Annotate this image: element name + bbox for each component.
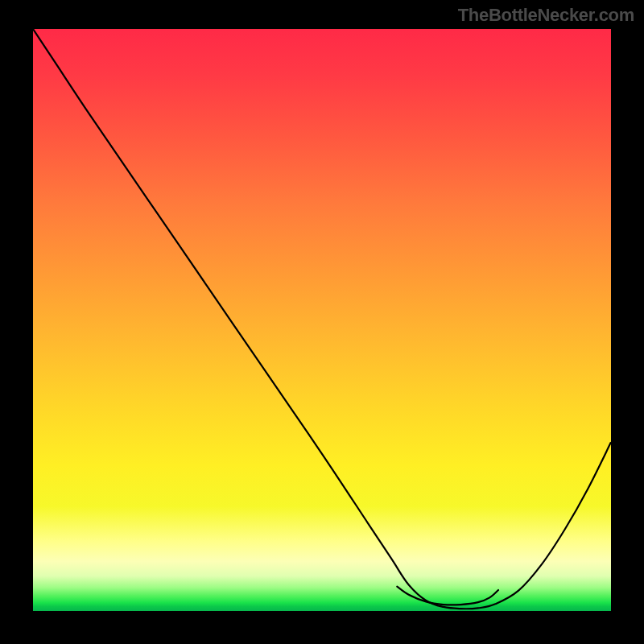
chart-area [33, 29, 611, 611]
brand-watermark: TheBottleNecker.com [458, 5, 634, 26]
curve-plot [33, 29, 611, 611]
bottleneck-curve [33, 29, 611, 609]
